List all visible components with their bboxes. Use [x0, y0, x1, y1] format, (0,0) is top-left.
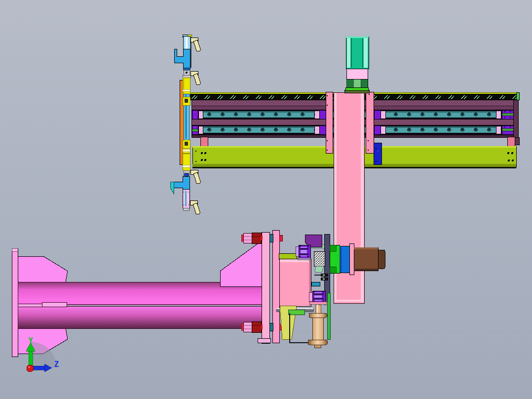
- rail-end-pink[interactable]: [496, 111, 501, 119]
- cylinder-band: [183, 149, 190, 152]
- cylinder-seam: [67, 304, 262, 305]
- end-plate[interactable]: [12, 248, 18, 357]
- clamp-base: [309, 302, 326, 304]
- beam-end-face[interactable]: [513, 100, 518, 137]
- bolt-dot: [376, 148, 377, 150]
- clamp-arm[interactable]: [190, 200, 200, 214]
- y-axis-label: Y: [28, 336, 33, 345]
- carriage-violet[interactable]: [319, 125, 326, 134]
- carriage-body[interactable]: [279, 259, 311, 306]
- support-post[interactable]: [507, 137, 515, 147]
- column-side-plate-left[interactable]: [326, 92, 333, 153]
- bolt-head[interactable]: [243, 233, 252, 243]
- motor-adapter[interactable]: [349, 243, 354, 275]
- clamp-slot: [313, 298, 324, 300]
- green-rod[interactable]: [327, 293, 330, 339]
- gearbox-notch: [330, 245, 336, 251]
- gusset-top-right[interactable]: [220, 240, 262, 286]
- cylinder-lower-half[interactable]: [18, 306, 262, 328]
- hook-bracket-upper[interactable]: [174, 49, 190, 68]
- cylinder-line: [183, 153, 190, 154]
- slider-hole: [185, 142, 188, 146]
- dot: [300, 256, 301, 257]
- dot: [307, 245, 308, 246]
- clamp-arm[interactable]: [190, 38, 200, 51]
- clamp-unit-top[interactable]: [296, 245, 310, 260]
- dot: [188, 192, 189, 193]
- plate-foot: [183, 208, 189, 210]
- carriage-pink[interactable]: [380, 126, 385, 134]
- grease-bar: [502, 128, 513, 131]
- blue-collar: [184, 173, 190, 176]
- grease-bar: [502, 113, 513, 116]
- dot: [300, 245, 301, 246]
- motor-line: [362, 38, 363, 68]
- dot: [313, 291, 314, 292]
- bolt-dot: [504, 111, 505, 112]
- spool-top-flange[interactable]: [309, 313, 327, 318]
- boom-cylinder[interactable]: [12, 240, 262, 357]
- spool-bottom-flange[interactable]: [308, 340, 327, 345]
- clamp-unit-bottom[interactable]: [309, 291, 326, 304]
- dot: [188, 204, 189, 205]
- rail-end-pink[interactable]: [496, 126, 501, 134]
- drive-motor[interactable]: [354, 247, 378, 271]
- bolt-dot: [378, 151, 379, 152]
- dot: [323, 291, 324, 292]
- bolt-nut[interactable]: [252, 321, 261, 332]
- rail-end-pink[interactable]: [198, 126, 203, 134]
- clamp-arm[interactable]: [190, 71, 200, 85]
- column-side-plate-right[interactable]: [366, 92, 374, 153]
- carriage-green-strip[interactable]: [279, 253, 297, 259]
- carriage-violet[interactable]: [319, 110, 326, 119]
- cylinder-band: [183, 165, 190, 167]
- motor-flange-plate[interactable]: [346, 68, 368, 79]
- rack-end-cap[interactable]: [516, 92, 519, 100]
- flange-plate-1[interactable]: [262, 232, 269, 343]
- bolt-head[interactable]: [243, 322, 252, 332]
- bolt-dot: [194, 126, 195, 128]
- spool-body[interactable]: [312, 318, 323, 340]
- motor-line: [351, 38, 352, 68]
- clip-slot: [323, 275, 325, 276]
- bolt-dot: [194, 116, 195, 118]
- bolt-nut[interactable]: [252, 233, 261, 243]
- rail-end-pink[interactable]: [198, 111, 203, 119]
- carriage-pink[interactable]: [314, 126, 319, 134]
- flange-plate-2[interactable]: [272, 230, 279, 343]
- hook-finger[interactable]: [170, 182, 174, 194]
- top-green-strip[interactable]: [345, 87, 368, 90]
- cad-viewport[interactable]: Y Z: [0, 0, 532, 399]
- motor-end-cap[interactable]: [378, 250, 385, 269]
- clamp-arm[interactable]: [190, 170, 200, 184]
- gusset-top-left[interactable]: [18, 256, 68, 282]
- bolt-shaft: [261, 324, 263, 329]
- cylinder-band: [183, 89, 190, 91]
- bolt-dot: [376, 161, 377, 162]
- carriage-pink[interactable]: [380, 111, 385, 119]
- spacer-nut: [269, 234, 273, 242]
- clip-slot: [323, 279, 325, 279]
- carriage-violet[interactable]: [374, 125, 380, 134]
- facet: [252, 236, 261, 237]
- carriage-assembly[interactable]: [276, 234, 385, 312]
- clamp-slot: [300, 248, 308, 250]
- coupling-base: [315, 266, 324, 272]
- green-bar[interactable]: [288, 310, 304, 315]
- blue-mount-plate[interactable]: [374, 143, 381, 164]
- disc: [184, 170, 190, 173]
- cyan-spacer[interactable]: [311, 282, 320, 286]
- knurled-coupling[interactable]: [314, 251, 325, 266]
- bolt-dot: [504, 117, 505, 118]
- column-bottom-band: [334, 300, 364, 302]
- carriage-violet[interactable]: [374, 110, 380, 119]
- carriage-pink[interactable]: [314, 111, 319, 119]
- model-canvas[interactable]: Y Z: [0, 0, 532, 399]
- flange-foot: [258, 338, 270, 343]
- facet: [244, 239, 251, 240]
- clamp-slot: [313, 293, 324, 295]
- dot: [184, 204, 185, 205]
- z-axis-label: Z: [54, 360, 59, 369]
- support-post[interactable]: [200, 137, 208, 147]
- motor-bottom: [354, 269, 378, 271]
